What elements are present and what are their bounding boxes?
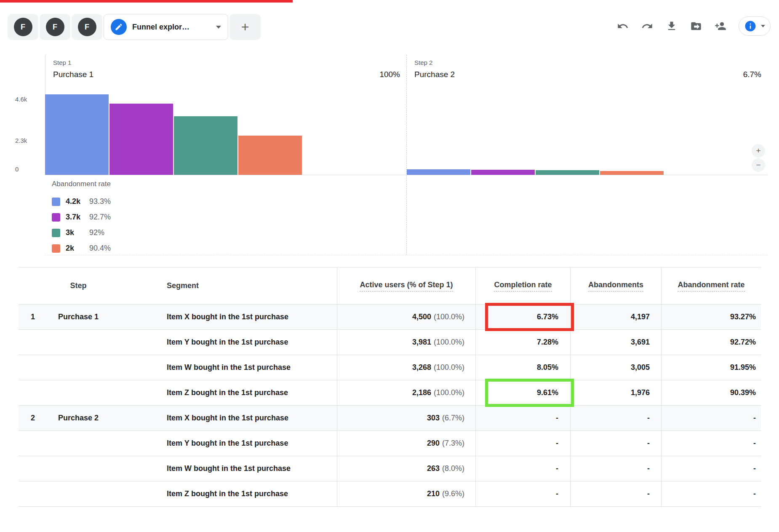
annotation-red-line [0, 0, 293, 3]
undo-button[interactable] [616, 20, 629, 32]
tab-letter-icon: F [46, 18, 64, 36]
completion-rate-cell: - [475, 431, 570, 456]
abandonment-rate-cell: 90.39% [661, 380, 761, 405]
pencil-icon [111, 19, 127, 35]
exploration-tab-strip: F F F Funnel explor… + [8, 14, 261, 40]
table-row[interactable]: 1Purchase 1 Item X bought in the 1st pur… [19, 305, 761, 330]
abandonment-rate-cell: - [661, 431, 761, 456]
active-users-cell: 290(7.3%) [337, 431, 475, 456]
download-button[interactable] [665, 20, 678, 32]
tab-letter-icon: F [78, 18, 96, 36]
table-row[interactable]: Item Z bought in the 1st purchase 210(9.… [19, 481, 761, 507]
completion-rate-cell: 8.05% [475, 355, 570, 380]
step-cell: 1Purchase 1 [19, 305, 138, 329]
abandonments-cell: 3,005 [570, 355, 661, 380]
legend-title: Abandonment rate [52, 180, 111, 188]
step-percent: 100% [379, 70, 400, 79]
completion-rate-cell: - [475, 406, 570, 430]
abandonments-cell: 3,691 [570, 330, 661, 355]
legend-item: 2k 90.4% [52, 241, 111, 256]
tab-funnel-1[interactable]: F [8, 14, 38, 40]
funnel-bar-step2-item-x[interactable] [407, 169, 470, 175]
tab-funnel-3[interactable]: F [72, 14, 102, 40]
step2-panel: Step 2 Purchase 2 6.7% [406, 55, 768, 255]
legend-swatch-purple [52, 213, 60, 222]
export-button[interactable] [690, 20, 702, 32]
abandonment-legend: Abandonment rate 4.2k 93.3% 3.7k 92.7% 3… [52, 180, 111, 256]
annotation-red-box [485, 303, 574, 331]
table-row[interactable]: Item Y bought in the 1st purchase 290(7.… [19, 431, 761, 456]
header-completion-rate: Completion rate [475, 267, 570, 304]
legend-rate: 93.3% [89, 197, 111, 206]
annotation-green-box [485, 379, 574, 407]
funnel-bar-step2-item-z[interactable] [600, 171, 664, 175]
completion-rate-cell: 9.61% [475, 380, 570, 405]
abandonments-cell: - [570, 431, 661, 456]
segment-cell: Item W bought in the 1st purchase [138, 456, 337, 481]
legend-rate: 90.4% [89, 244, 111, 253]
table-row[interactable]: Item W bought in the 1st purchase 263(8.… [19, 456, 761, 481]
step-cell [19, 431, 138, 456]
abandonments-cell: - [570, 406, 661, 430]
zoom-in-button[interactable]: + [752, 144, 765, 158]
header-step: Step [19, 267, 138, 304]
segment-cell: Item X bought in the 1st purchase [138, 406, 337, 430]
active-tab-label: Funnel explor… [132, 23, 211, 32]
table-row[interactable]: 2Purchase 2 Item X bought in the 1st pur… [19, 406, 761, 431]
funnel-bar-step1-item-y[interactable] [109, 104, 173, 175]
step1-header: Step 1 Purchase 1 100% [45, 55, 406, 95]
step2-bars [407, 93, 768, 175]
abandonments-cell: 4,197 [570, 305, 661, 329]
active-users-cell: 263(8.0%) [337, 456, 475, 481]
step-name: Purchase 2 [414, 70, 455, 79]
legend-value: 3k [66, 228, 89, 237]
funnel-bar-step1-item-w[interactable] [174, 116, 237, 175]
funnel-bar-step2-item-w[interactable] [536, 170, 599, 175]
zoom-out-button[interactable]: − [752, 158, 765, 172]
funnel-bar-step1-item-z[interactable] [238, 136, 302, 175]
chevron-down-icon[interactable] [216, 26, 221, 29]
chevron-down-icon[interactable] [761, 25, 765, 27]
header-segment: Segment [138, 267, 337, 304]
y-axis-tick: 4.6k [15, 96, 40, 103]
toolbar [616, 16, 771, 36]
legend-value: 4.2k [66, 197, 89, 206]
active-users-cell: 3,981(100.0%) [337, 330, 475, 355]
funnel-bar-step1-item-x[interactable] [45, 94, 109, 175]
legend-value: 3.7k [66, 213, 89, 222]
active-users-cell: 4,500(100.0%) [337, 305, 475, 329]
header-active-users: Active users (% of Step 1) [337, 267, 475, 304]
legend-item: 3k 92% [52, 225, 111, 241]
active-users-cell: 2,186(100.0%) [337, 380, 475, 405]
step2-header: Step 2 Purchase 2 6.7% [407, 55, 768, 95]
tab-funnel-2[interactable]: F [40, 14, 70, 40]
segment-cell: Item X bought in the 1st purchase [138, 305, 337, 329]
table-row[interactable]: Item Y bought in the 1st purchase 3,981(… [19, 330, 761, 355]
table-row[interactable]: Item W bought in the 1st purchase 3,268(… [19, 355, 761, 380]
insights-icon [744, 20, 757, 32]
funnel-step-panels: Step 1 Purchase 1 100% Abandonment rate [45, 55, 768, 255]
step-cell [19, 481, 138, 506]
legend-swatch-orange [52, 244, 60, 253]
step-percent: 6.7% [743, 70, 761, 79]
step-label: Step 2 [414, 59, 761, 66]
step-label: Step 1 [53, 59, 400, 66]
tab-funnel-active[interactable]: Funnel explor… [104, 14, 228, 40]
legend-rate: 92.7% [89, 213, 111, 222]
abandonment-rate-cell: - [661, 456, 761, 481]
abandonments-cell: - [570, 481, 661, 506]
abandonment-rate-cell: 91.95% [661, 355, 761, 380]
add-tab-button[interactable]: + [229, 14, 261, 40]
legend-item: 3.7k 92.7% [52, 209, 111, 225]
table-row[interactable]: Item Z bought in the 1st purchase 2,186(… [19, 380, 761, 406]
abandonment-rate-cell: 92.72% [661, 330, 761, 355]
redo-button[interactable] [641, 20, 654, 32]
share-with-people-button[interactable] [714, 20, 727, 32]
funnel-bar-step2-item-y[interactable] [471, 170, 535, 175]
insights-button[interactable] [739, 16, 771, 36]
table-header-row: Step Segment Active users (% of Step 1) … [19, 267, 761, 305]
funnel-exploration-screen: F F F Funnel explor… + [0, 0, 779, 532]
header-abandonment-rate: Abandonment rate [661, 267, 761, 304]
export-icon [690, 20, 702, 32]
funnel-chart: 4.6k 2.3k 0 Step 1 Purchase 1 100% [0, 55, 779, 256]
